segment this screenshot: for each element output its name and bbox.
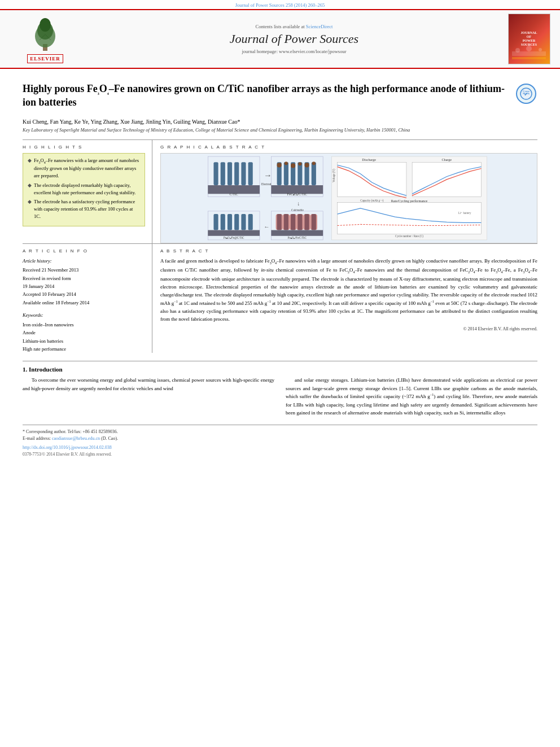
available-date: Available online 18 February 2014 — [23, 299, 145, 307]
crossmark-icon: ✓ Cross Mark — [519, 87, 533, 101]
highlights-column: H I G H L I G H T S ◆ Fe3O4–Fe nanowires… — [23, 140, 152, 243]
elsevier-tree-icon — [23, 15, 68, 54]
introduction-body: To overcome the ever worsening energy an… — [23, 376, 537, 419]
svg-rect-54 — [303, 214, 310, 230]
svg-rect-18 — [228, 162, 232, 185]
crossmark-circle: ✓ Cross Mark — [516, 84, 536, 104]
graphical-abstract-image: C/TiC → Electrodeposition — [160, 153, 537, 243]
svg-rect-28 — [284, 162, 288, 185]
svg-rect-50 — [276, 214, 283, 230]
highlight-text-1: Fe3O4–Fe nanowires with a large amount o… — [34, 157, 140, 180]
journal-cover-area: JOURNALOFPOWERSOURCES — [504, 14, 554, 64]
svg-text:Fe₃O₄/Fe@C/TiC: Fe₃O₄/Fe@C/TiC — [224, 236, 244, 239]
svg-rect-7 — [512, 57, 546, 59]
history-title: Article history: — [23, 257, 145, 265]
intro-right-col: and solar energy storages. Lithium-ion b… — [286, 376, 537, 419]
footnotes-section: * Corresponding author. Tel/fax: +86 451… — [23, 425, 537, 457]
svg-rect-51 — [283, 214, 290, 230]
svg-text:Discharge: Discharge — [362, 158, 376, 161]
svg-point-10 — [539, 48, 542, 51]
article-title-section: Highly porous Fe3O4–Fe nanowires grown o… — [23, 82, 537, 114]
svg-point-8 — [515, 48, 520, 53]
science-direct-link[interactable]: ScienceDirect — [306, 24, 333, 29]
svg-text:←: ← — [264, 223, 269, 229]
highlights-graphical-section: H I G H L I G H T S ◆ Fe3O4–Fe nanowires… — [23, 139, 537, 243]
svg-text:C/TiC: C/TiC — [230, 193, 238, 196]
svg-text:Rate/Cycling performance: Rate/Cycling performance — [391, 199, 428, 202]
svg-text:Mark: Mark — [523, 92, 530, 95]
journal-ref-text: Journal of Power Sources 258 (2014) 260–… — [235, 2, 325, 8]
svg-rect-21 — [248, 162, 253, 185]
graphical-abstract-svg: C/TiC → Electrodeposition — [161, 154, 537, 243]
science-direct-line: Contents lists available at ScienceDirec… — [90, 24, 498, 29]
email-suffix: (D. Cao). — [101, 436, 118, 441]
keyword-1: Iron oxide–Iron nanowires — [23, 321, 145, 329]
doi-line[interactable]: http://dx.doi.org/10.1016/j.jpowsour.201… — [23, 444, 537, 451]
highlight-text-2: The electrode displayed remarkably high … — [34, 182, 140, 196]
highlight-text-3: The electrode has a satisfactory cycling… — [34, 198, 140, 220]
elsevier-wordmark: ELSEVIER — [27, 54, 63, 63]
introduction-heading: 1. Introduction — [23, 366, 537, 373]
intro-right-text: and solar energy storages. Lithium-ion b… — [286, 376, 537, 417]
svg-rect-65 — [248, 214, 253, 230]
svg-rect-16 — [213, 162, 218, 185]
main-content: Highly porous Fe3O4–Fe nanowires grown o… — [0, 69, 560, 464]
svg-text:Capacity (mAh g⁻¹): Capacity (mAh g⁻¹) — [360, 198, 383, 202]
keyword-2: Anode — [23, 329, 145, 337]
svg-rect-20 — [241, 162, 246, 185]
svg-point-36 — [298, 162, 301, 165]
revised-date: 19 January 2014 — [23, 282, 145, 290]
svg-rect-52 — [290, 214, 296, 230]
graphical-abstract-column: G R A P H I C A L A B S T R A C T — [152, 140, 537, 243]
intro-left-col: To overcome the ever worsening energy an… — [23, 376, 274, 419]
highlights-heading: H I G H L I G H T S — [23, 145, 145, 150]
introduction-section: 1. Introduction To overcome the ever wor… — [23, 361, 537, 419]
elsevier-logo-area: ELSEVIER — [6, 15, 85, 63]
abstract-text: A facile and green method is developed t… — [160, 257, 537, 323]
svg-point-37 — [305, 163, 309, 167]
svg-rect-32 — [312, 162, 316, 185]
cover-decoration — [512, 46, 546, 63]
issn-line: 0378-7753/© 2014 Elsevier B.V. All right… — [23, 451, 537, 457]
journal-header: ELSEVIER Contents lists available at Sci… — [0, 9, 560, 69]
crossmark-badge[interactable]: ✓ Cross Mark — [515, 82, 537, 105]
article-title: Highly porous Fe3O4–Fe nanowires grown o… — [23, 82, 509, 110]
svg-rect-66 — [208, 230, 260, 235]
svg-rect-62 — [228, 214, 232, 230]
svg-rect-53 — [296, 214, 303, 230]
bullet-3: ◆ — [28, 198, 32, 220]
svg-text:Charge: Charge — [442, 158, 452, 161]
email-address[interactable]: caodianxue@hrbeu.edu.cn — [52, 436, 100, 441]
intro-left-text: To overcome the ever worsening energy an… — [23, 376, 274, 392]
journal-cover-image: JOURNALOFPOWERSOURCES — [508, 14, 550, 64]
highlight-item-1: ◆ Fe3O4–Fe nanowires with a large amount… — [28, 157, 140, 180]
doi-text: http://dx.doi.org/10.1016/j.jpowsour.201… — [23, 445, 112, 450]
abstract-heading: A B S T R A C T — [160, 248, 537, 254]
svg-text:Li⁺ battery: Li⁺ battery — [458, 211, 471, 215]
svg-point-35 — [291, 163, 295, 168]
svg-text:→: → — [264, 170, 272, 179]
keyword-4: High rate performance — [23, 345, 145, 353]
bullet-2: ◆ — [28, 182, 32, 196]
svg-text:↓: ↓ — [297, 200, 300, 206]
svg-rect-63 — [234, 214, 239, 230]
affiliation: Key Laboratory of Superlight Material an… — [23, 127, 537, 134]
svg-point-33 — [277, 163, 282, 167]
journal-title: Journal of Power Sources — [90, 32, 498, 46]
svg-point-3 — [40, 18, 51, 32]
revised-label: Received in revised form — [23, 274, 145, 282]
abstract-copyright: © 2014 Elsevier B.V. All rights reserved… — [160, 326, 537, 331]
journal-homepage: journal homepage: www.elsevier.com/locat… — [90, 49, 498, 54]
abstract-column: A B S T R A C T A facile and green metho… — [152, 244, 537, 353]
svg-rect-19 — [234, 162, 239, 185]
article-history: Article history: Received 21 November 20… — [23, 257, 145, 307]
svg-point-38 — [312, 161, 316, 165]
svg-rect-17 — [221, 162, 225, 185]
article-info-heading: A R T I C L E I N F O — [23, 248, 145, 254]
svg-text:Fe₃O₄/Fe/C/TiC: Fe₃O₄/Fe/C/TiC — [288, 236, 307, 239]
svg-rect-60 — [213, 214, 218, 230]
svg-rect-64 — [241, 214, 246, 230]
article-info-section: A R T I C L E I N F O Article history: R… — [23, 243, 537, 353]
received-date: Received 21 November 2013 — [23, 266, 145, 274]
journal-reference-bar: Journal of Power Sources 258 (2014) 260–… — [0, 0, 560, 9]
